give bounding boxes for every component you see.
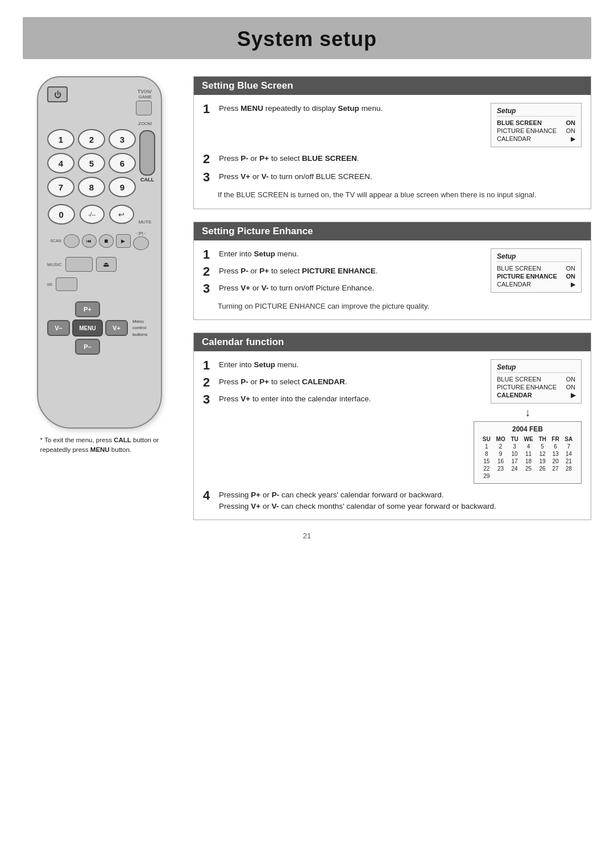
step-text: Press MENU repeatedly to display Setup m… — [219, 103, 484, 114]
iii-row: I/II — [47, 277, 152, 291]
power-icon: ⏻ — [54, 90, 61, 99]
menu-button[interactable]: MENU — [72, 319, 103, 337]
calendar-right-panel: Setup BLUE SCREEN ON PICTURE ENHANCE ON … — [474, 359, 582, 484]
p-minus-button[interactable]: P– — [75, 339, 100, 355]
play-button[interactable]: ▶ — [116, 234, 131, 248]
cal-th-su: SU — [480, 435, 493, 443]
power-button[interactable]: ⏻ — [47, 86, 68, 102]
dpad: P+ V– MENU V+ P– — [47, 301, 128, 355]
numpad: 1 2 3 4 5 6 7 8 9 — [47, 129, 136, 197]
menu-item-value: ON — [566, 265, 576, 272]
page-title-bar: System setup — [23, 17, 591, 59]
menu-item-label: PICTURE ENHANCE — [497, 127, 557, 134]
cal-cell — [493, 472, 508, 480]
picture-enhance-note: Turning on PICTURE ENHANCE can improve t… — [218, 301, 582, 312]
cal-cell: 13 — [549, 450, 562, 458]
cal-cell: 20 — [549, 458, 562, 465]
cal-cell: 15 — [480, 458, 493, 465]
game-button[interactable] — [136, 101, 152, 115]
cal-cell: 24 — [508, 465, 521, 472]
cal-cell: 3 — [508, 443, 521, 450]
stop-button[interactable]: ⏹ — [99, 234, 114, 248]
pip-area: →|P|← — [133, 231, 149, 250]
cal-cell: 28 — [562, 465, 575, 472]
remote-top-row: ⏻ TV/AV GAME — [47, 86, 152, 115]
p-plus-button[interactable]: P+ — [75, 301, 100, 317]
iii-button[interactable] — [56, 277, 77, 291]
setup-menu-title: Setup — [497, 252, 575, 262]
remote-note-text: * To exit the menu, press CALL button or… — [40, 437, 159, 453]
num-7-button[interactable]: 7 — [47, 177, 74, 197]
blue-screen-step1-text: 1 Press MENU repeatedly to display Setup… — [203, 103, 484, 115]
menu-item-label: CALENDAR — [497, 135, 531, 143]
scan-label: SCAN — [50, 239, 61, 243]
cal-cell: 2 — [493, 443, 508, 450]
blue-screen-step3: 3 Press V+ or V- to turn on/off BLUE SCR… — [203, 171, 582, 184]
page-number: 21 — [0, 520, 614, 546]
tv-av-label: TV/AV — [138, 89, 152, 94]
num-4-button[interactable]: 4 — [47, 153, 74, 173]
cal-cell: 1 — [480, 443, 493, 450]
step-text: Enter into Setup menu. — [219, 248, 484, 260]
calendar-steps-left: 1 Enter into Setup menu. 2 Press P- or P… — [203, 359, 467, 406]
cal-cell: 5 — [536, 443, 549, 450]
dpad-mid-row: V– MENU V+ — [47, 319, 128, 337]
num-3-button[interactable]: 3 — [109, 129, 136, 149]
calendar-setup-menu: Setup BLUE SCREEN ON PICTURE ENHANCE ON … — [491, 359, 582, 404]
step-number: 4 — [203, 489, 213, 502]
step-number: 1 — [203, 103, 213, 115]
pe-menu-row-1: BLUE SCREEN ON — [497, 264, 575, 272]
cal-cell: 23 — [493, 465, 508, 472]
return-button[interactable]: ↩ — [109, 205, 134, 224]
calendar-row-5: 29 — [480, 472, 575, 480]
step-text: Press P- or P+ to select PICTURE ENHANCE… — [219, 265, 484, 277]
num-9-button[interactable]: 9 — [109, 177, 136, 197]
calendar-header: Calendar function — [194, 333, 591, 351]
step-number: 3 — [203, 283, 213, 295]
num-0-button[interactable]: 0 — [48, 204, 75, 225]
menu-item-arrow: ▶ — [571, 281, 575, 288]
cal-cell: 16 — [493, 458, 508, 465]
menu-item-value: ON — [566, 376, 576, 383]
menu-item-value: ON — [566, 127, 576, 134]
calendar-display: 2004 FEB SU MO TU WE TH FR — [474, 421, 582, 484]
num-8-button[interactable]: 8 — [78, 177, 105, 197]
menu-item-label: BLUE SCREEN — [497, 376, 541, 383]
remote-note: * To exit the menu, press CALL button or… — [40, 435, 159, 455]
dpad-up-row: P+ — [75, 301, 100, 317]
cal-cell: 10 — [508, 450, 521, 458]
calendar-header-row: SU MO TU WE TH FR SA — [480, 435, 575, 443]
cal-cell — [562, 472, 575, 480]
call-button[interactable] — [139, 130, 155, 176]
dash-button[interactable]: -/-- — [80, 205, 105, 224]
calendar-step4: 4 Pressing P+ or P- can check years' cal… — [203, 489, 582, 512]
menu-item-value: ON — [566, 119, 576, 126]
blue-screen-menu-row-3: CALENDAR ▶ — [497, 135, 575, 143]
cal-cell: 17 — [508, 458, 521, 465]
num-5-button[interactable]: 5 — [78, 153, 105, 173]
content-column: Setting Blue Screen 1 Press MENU repeate… — [193, 76, 591, 520]
num-6-button[interactable]: 6 — [109, 153, 136, 173]
remote-control-column: ⏻ TV/AV GAME ZOOM 1 2 3 4 5 — [23, 76, 176, 520]
rewind-button[interactable]: ⏮ — [82, 234, 97, 248]
step-number: 2 — [203, 265, 213, 278]
call-text-label: CALL — [140, 177, 154, 182]
menu-item-label: PICTURE ENHANCE — [497, 273, 557, 280]
cal-cell: 12 — [536, 450, 549, 458]
eject-button[interactable]: ⏏ — [96, 257, 117, 272]
v-minus-button[interactable]: V– — [47, 320, 70, 336]
cal-cell: 4 — [521, 443, 536, 450]
setup-menu-title: Setup — [497, 363, 575, 373]
music-button[interactable] — [65, 257, 93, 272]
scan-button[interactable] — [64, 234, 80, 248]
pip-label: →|P|← — [135, 231, 147, 235]
mute-label: MUTE — [139, 219, 152, 225]
num-1-button[interactable]: 1 — [47, 129, 74, 149]
pip-button[interactable] — [133, 236, 149, 250]
v-plus-button[interactable]: V+ — [105, 320, 128, 336]
picture-enhance-step1-text: 1 Enter into Setup menu. 2 Press P- or P… — [203, 248, 484, 295]
cal-cell: 25 — [521, 465, 536, 472]
game-label: GAME — [138, 94, 152, 99]
cal-cell — [521, 472, 536, 480]
num-2-button[interactable]: 2 — [78, 129, 105, 149]
